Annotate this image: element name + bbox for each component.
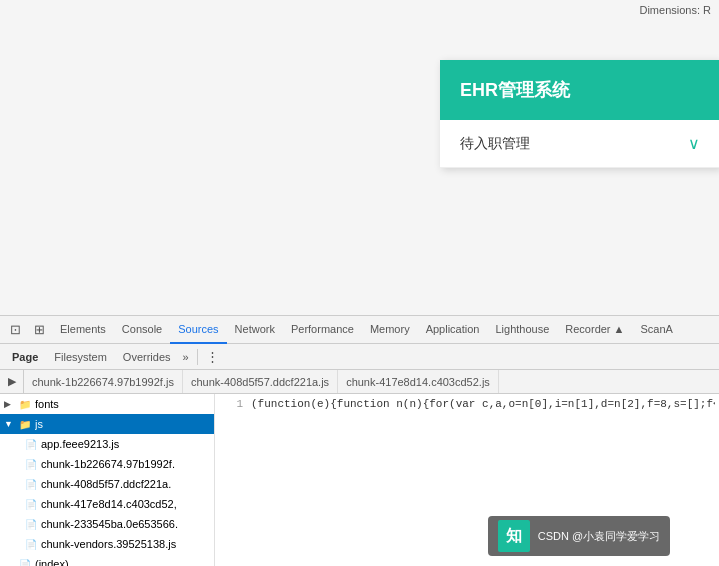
tree-item-chunk1b[interactable]: 📄 chunk-1b226674.97b1992f. (0, 454, 214, 474)
tree-item-chunk417[interactable]: 📄 chunk-417e8d14.c403cd52, (0, 494, 214, 514)
tree-item-chunk-vendors[interactable]: 📄 chunk-vendors.39525138.js (0, 534, 214, 554)
tab-application[interactable]: Application (418, 316, 488, 344)
devtools-icon-device[interactable]: ⊞ (28, 319, 50, 341)
devtools-content: ▶ 📁 fonts ▼ 📁 js 📄 app.feee9213.js 📄 chu… (0, 394, 719, 566)
tree-item-app-js[interactable]: 📄 app.feee9213.js (0, 434, 214, 454)
subtab-page[interactable]: Page (4, 348, 46, 366)
subtab-options-icon[interactable]: ⋮ (202, 346, 224, 368)
folder-icon-js: 📁 (18, 417, 32, 431)
line-number-1: 1 (219, 398, 243, 410)
code-line-1: 1 (function(e){function n(n){for(var c,a… (215, 398, 719, 410)
file-tab-nav-icon[interactable]: ▶ (0, 370, 24, 394)
tree-arrow-js: ▼ (4, 419, 18, 429)
tree-label-index: (index) (35, 558, 69, 566)
dimensions-bar: Dimensions: R (639, 4, 711, 16)
ehr-menu-label: 待入职管理 (460, 135, 530, 153)
tree-label-chunk233: chunk-233545ba.0e653566. (41, 518, 178, 530)
devtools-tab-bar: ⊡ ⊞ Elements Console Sources Network Per… (0, 316, 719, 344)
file-tree: ▶ 📁 fonts ▼ 📁 js 📄 app.feee9213.js 📄 chu… (0, 394, 215, 566)
file-icon-app: 📄 (24, 437, 38, 451)
code-editor[interactable]: 1 (function(e){function n(n){for(var c,a… (215, 394, 719, 566)
tree-label-chunk417: chunk-417e8d14.c403cd52, (41, 498, 177, 510)
line-content-1: (function(e){function n(n){for(var c,a,o… (251, 398, 715, 410)
tab-network[interactable]: Network (227, 316, 283, 344)
devtools-panel: ⊡ ⊞ Elements Console Sources Network Per… (0, 315, 719, 566)
tab-elements[interactable]: Elements (52, 316, 114, 344)
subtab-overrides[interactable]: Overrides (115, 348, 179, 366)
tree-label-chunk1b: chunk-1b226674.97b1992f. (41, 458, 175, 470)
file-tabs-row: ▶ chunk-1b226674.97b1992f.js chunk-408d5… (0, 370, 719, 394)
tree-item-chunk408[interactable]: 📄 chunk-408d5f57.ddcf221a. (0, 474, 214, 494)
tab-scana[interactable]: ScanA (632, 316, 680, 344)
subtab-separator (197, 349, 198, 365)
file-tab-3[interactable]: chunk-417e8d14.c403cd52.js (338, 370, 499, 394)
file-icon-chunk417: 📄 (24, 497, 38, 511)
tab-recorder[interactable]: Recorder ▲ (557, 316, 632, 344)
ehr-menu-item[interactable]: 待入职管理 ∨ (440, 120, 719, 168)
tab-lighthouse[interactable]: Lighthouse (487, 316, 557, 344)
ehr-header: EHR管理系统 (440, 60, 719, 120)
tree-arrow-fonts: ▶ (4, 399, 18, 409)
file-tab-2[interactable]: chunk-408d5f57.ddcf221a.js (183, 370, 338, 394)
file-icon-chunk233: 📄 (24, 517, 38, 531)
tree-item-js[interactable]: ▼ 📁 js (0, 414, 214, 434)
tree-item-chunk233[interactable]: 📄 chunk-233545ba.0e653566. (0, 514, 214, 534)
chevron-down-icon: ∨ (688, 134, 700, 153)
tree-label-js: js (35, 418, 43, 430)
tree-item-fonts[interactable]: ▶ 📁 fonts (0, 394, 214, 414)
tree-label-vendors: chunk-vendors.39525138.js (41, 538, 176, 550)
browser-viewport: Dimensions: R EHR管理系统 待入职管理 ∨ (0, 0, 719, 315)
file-icon-chunk408: 📄 (24, 477, 38, 491)
tree-label-app-js: app.feee9213.js (41, 438, 119, 450)
file-icon-vendors: 📄 (24, 537, 38, 551)
folder-icon-fonts: 📁 (18, 397, 32, 411)
tree-item-index[interactable]: 📄 (index) (0, 554, 214, 566)
tab-performance[interactable]: Performance (283, 316, 362, 344)
devtools-sub-tab-bar: Page Filesystem Overrides » ⋮ (0, 344, 719, 370)
tree-label-chunk408: chunk-408d5f57.ddcf221a. (41, 478, 171, 490)
ehr-panel: EHR管理系统 待入职管理 ∨ (440, 60, 719, 168)
tab-console[interactable]: Console (114, 316, 170, 344)
subtab-filesystem[interactable]: Filesystem (46, 348, 115, 366)
file-tab-1[interactable]: chunk-1b226674.97b1992f.js (24, 370, 183, 394)
file-icon-index: 📄 (18, 557, 32, 566)
subtab-more-icon[interactable]: » (179, 348, 193, 366)
file-icon-chunk1b: 📄 (24, 457, 38, 471)
devtools-icon-inspect[interactable]: ⊡ (4, 319, 26, 341)
tree-label-fonts: fonts (35, 398, 59, 410)
tab-memory[interactable]: Memory (362, 316, 418, 344)
tab-sources[interactable]: Sources (170, 316, 226, 344)
